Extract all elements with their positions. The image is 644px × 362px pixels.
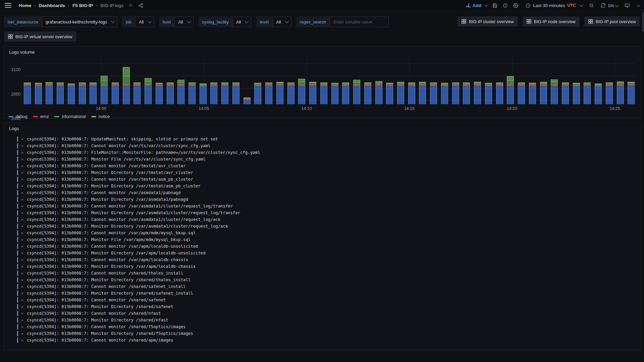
log-row[interactable]: >csyncd[5394]: 013b0008:7: Cannot monito…: [17, 270, 640, 277]
log-row[interactable]: >csyncd[5394]: 013b0008:7: Monitor Direc…: [17, 303, 640, 310]
page-scrollbar[interactable]: [642, 12, 644, 32]
log-row[interactable]: >csyncd[5394]: 013b0008:7: Monitor File …: [17, 236, 640, 243]
expand-log-chevron-icon[interactable]: >: [21, 191, 23, 195]
log-row[interactable]: >csyncd[5394]: 013b0008:7: Cannot monito…: [17, 323, 640, 330]
menu-icon[interactable]: [5, 3, 11, 8]
stacked-bar[interactable]: [112, 82, 119, 104]
log-row[interactable]: >csyncd[5394]: 013b0008:7: Monitor Direc…: [17, 277, 640, 283]
log-row[interactable]: >csyncd[5394]: 013b0008:7: Cannot monito…: [17, 203, 640, 209]
stacked-bar[interactable]: [309, 82, 316, 104]
stacked-bar[interactable]: [551, 79, 558, 104]
log-row[interactable]: >csyncd[5394]: 013b0008:7: Cannot monito…: [17, 142, 640, 149]
expand-log-chevron-icon[interactable]: >: [21, 291, 23, 296]
stacked-bar[interactable]: [452, 82, 459, 104]
stacked-bar[interactable]: [133, 82, 141, 104]
log-row[interactable]: >csyncd[5394]: 013b0008:7: Monitor Direc…: [17, 290, 640, 297]
stacked-bar[interactable]: [254, 83, 261, 104]
log-row[interactable]: >csyncd[5394]: 013b0008:7: Cannot monito…: [17, 337, 640, 344]
variable-value-job[interactable]: All: [135, 16, 154, 27]
stacked-bar[interactable]: [177, 80, 184, 104]
stacked-bar[interactable]: [474, 82, 481, 104]
log-row[interactable]: >csyncd[5394]: 013b0008:7: UpdateManifes…: [17, 136, 640, 142]
variable-value-loki_datasource[interactable]: grafanacloud-keithschmitty-logs: [42, 16, 117, 27]
log-row[interactable]: >csyncd[5394]: 013b0008:7: Monitor Direc…: [17, 250, 640, 256]
stacked-bar[interactable]: [518, 82, 525, 104]
stacked-bar[interactable]: [210, 82, 217, 104]
stacked-bar[interactable]: [101, 76, 108, 104]
expand-log-chevron-icon[interactable]: >: [21, 264, 23, 269]
log-row[interactable]: >csyncd[5394]: 013b0008:7: Monitor Direc…: [17, 317, 640, 323]
expand-log-chevron-icon[interactable]: >: [21, 311, 23, 316]
expand-log-chevron-icon[interactable]: >: [21, 258, 23, 262]
stacked-bar[interactable]: [79, 82, 86, 104]
log-row[interactable]: >csyncd[5394]: 013b0008:7: Cannot monito…: [17, 256, 640, 263]
breadcrumb-item-home[interactable]: Home: [19, 3, 32, 8]
stacked-bar[interactable]: [397, 82, 404, 104]
dashboard-link-big-ip-virtual-server-overview[interactable]: BIG-IP virtual server overview: [4, 32, 76, 42]
expand-log-chevron-icon[interactable]: >: [21, 150, 23, 155]
collapse-topbar-icon[interactable]: [635, 4, 639, 7]
legend-item-informational[interactable]: informational: [54, 114, 86, 119]
stacked-bar[interactable]: [617, 81, 624, 104]
stacked-bar[interactable]: [529, 83, 536, 104]
tv-mode-icon[interactable]: [625, 3, 630, 8]
stacked-bar[interactable]: [419, 82, 426, 104]
log-row[interactable]: >csyncd[5394]: 013b0008:7: Monitor File …: [17, 156, 640, 163]
expand-log-chevron-icon[interactable]: >: [21, 285, 23, 289]
stacked-bar[interactable]: [353, 80, 360, 104]
breadcrumb-item-dashboards[interactable]: Dashboards: [39, 3, 65, 8]
stacked-bar[interactable]: [628, 82, 635, 104]
dashboard-settings-icon[interactable]: [513, 3, 518, 8]
legend-item-debug[interactable]: debug: [8, 114, 28, 119]
log-row[interactable]: >csyncd[5394]: 013b0008:7: Cannot monito…: [17, 230, 640, 236]
expand-log-chevron-icon[interactable]: >: [21, 218, 23, 222]
legend-item-notice[interactable]: notice: [91, 114, 110, 119]
log-row[interactable]: >csyncd[5394]: 013b0008:7: Cannot monito…: [17, 216, 640, 223]
log-row[interactable]: >csyncd[5394]: 013b0008:7: Cannot monito…: [17, 283, 640, 290]
expand-log-chevron-icon[interactable]: >: [21, 164, 23, 168]
favorite-star-icon[interactable]: ☆: [128, 3, 133, 8]
expand-log-chevron-icon[interactable]: >: [21, 144, 23, 148]
log-row[interactable]: >csyncd[5394]: 013b0008:7: Cannot monito…: [17, 176, 640, 183]
stacked-bar[interactable]: [200, 83, 207, 104]
stacked-bar[interactable]: [342, 82, 349, 104]
log-row[interactable]: >csyncd[5394]: 013b0008:7: Cannot monito…: [17, 310, 640, 317]
variable-value-syslog_facility[interactable]: All: [232, 16, 251, 27]
panel-title-logs-volume[interactable]: Logs volume: [4, 47, 640, 55]
expand-log-chevron-icon[interactable]: >: [21, 251, 23, 255]
share-icon[interactable]: [138, 3, 143, 8]
log-row[interactable]: >csyncd[5394]: 013b0008:7: Monitor Direc…: [17, 223, 640, 230]
variable-input-regex_search[interactable]: [330, 16, 389, 27]
stacked-bar[interactable]: [562, 82, 569, 104]
stacked-bar[interactable]: [232, 82, 239, 104]
dashboard-info-icon[interactable]: [503, 3, 508, 8]
panel-title-logs[interactable]: Logs: [4, 123, 640, 131]
stacked-bar[interactable]: [57, 82, 64, 104]
stacked-bar[interactable]: [496, 82, 503, 104]
stacked-bar[interactable]: [408, 82, 415, 104]
stacked-bar[interactable]: [441, 83, 448, 104]
save-dashboard-icon[interactable]: [492, 3, 497, 8]
log-row[interactable]: >csyncd[5394]: 013b0008:7: Monitor Direc…: [17, 330, 640, 337]
stacked-bar[interactable]: [540, 82, 547, 104]
stacked-bar[interactable]: [90, 82, 97, 104]
expand-log-chevron-icon[interactable]: >: [21, 271, 23, 276]
expand-log-chevron-icon[interactable]: >: [21, 331, 23, 336]
stacked-bar[interactable]: [35, 83, 42, 104]
stacked-bar[interactable]: [221, 82, 228, 104]
stacked-bar[interactable]: [244, 98, 251, 104]
expand-log-chevron-icon[interactable]: >: [21, 231, 23, 235]
stacked-bar[interactable]: [463, 82, 470, 104]
stacked-bar[interactable]: [606, 82, 613, 104]
stacked-bar[interactable]: [584, 82, 591, 104]
stacked-bar[interactable]: [595, 83, 602, 104]
expand-log-chevron-icon[interactable]: >: [21, 171, 23, 175]
expand-log-chevron-icon[interactable]: >: [21, 244, 23, 249]
expand-log-chevron-icon[interactable]: >: [21, 325, 23, 329]
breadcrumb-item-f5-big-ip[interactable]: F5 BIG-IP: [72, 3, 93, 8]
stacked-bar[interactable]: [430, 82, 437, 104]
stacked-bar[interactable]: [375, 81, 382, 104]
log-row[interactable]: >csyncd[5394]: 013b0008:7: Monitor Direc…: [17, 169, 640, 176]
log-row[interactable]: >csyncd[5394]: 013b0008:7: Monitor Direc…: [17, 196, 640, 203]
stacked-bar[interactable]: [331, 83, 338, 104]
